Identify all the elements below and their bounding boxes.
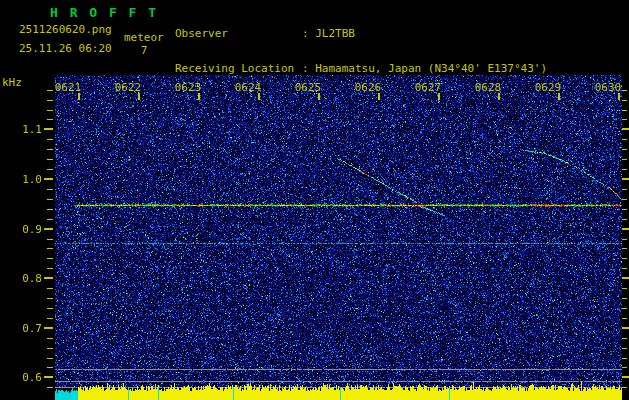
info-value: JL2TBB [315, 27, 355, 40]
freq-tick [44, 327, 53, 329]
info-label: Observer [175, 28, 302, 40]
freq-tick-right [622, 149, 627, 150]
freq-tick [47, 90, 53, 91]
freq-tick-right [622, 288, 627, 289]
freq-tick-label: 0.7 [18, 322, 42, 335]
freq-tick [47, 358, 53, 359]
freq-tick-right [622, 358, 627, 359]
info-value: Hamamatsu, Japan (N34°40' E137°43') [315, 62, 547, 75]
hrofft-screen: H R O F F T 2511260620.png meteor 25.11.… [0, 0, 629, 400]
mode-label: meteor [124, 31, 164, 44]
freq-tick [47, 169, 53, 170]
freq-tick-right [622, 268, 627, 269]
freq-tick-right [622, 110, 627, 111]
freq-tick [47, 298, 53, 299]
freq-tick-right [622, 298, 627, 299]
freq-tick [47, 199, 53, 200]
freq-tick [47, 387, 53, 388]
freq-tick [47, 149, 53, 150]
freq-tick-right [622, 338, 627, 339]
freq-tick-right [622, 219, 627, 220]
freq-tick [44, 128, 53, 130]
freq-tick [44, 277, 53, 279]
freq-tick-right [622, 228, 629, 230]
freq-tick [47, 338, 53, 339]
freq-tick-right [622, 119, 627, 120]
freq-tick-right [622, 169, 627, 170]
freq-tick [47, 268, 53, 269]
info-row-location: Receiving Location: Hamamatsu, Japan (N3… [175, 63, 547, 75]
freq-tick [47, 100, 53, 101]
app-title: H R O F F T [50, 5, 158, 20]
freq-tick-right [622, 327, 629, 329]
info-row-observer: Observer: JL2TBB [175, 28, 547, 40]
freq-tick [44, 376, 53, 378]
freq-tick-right [622, 139, 627, 140]
freq-axis-unit: kHz [2, 76, 22, 89]
freq-tick [47, 239, 53, 240]
freq-tick [47, 318, 53, 319]
freq-tick [47, 288, 53, 289]
freq-tick-right [622, 258, 627, 259]
freq-tick-right [622, 367, 627, 368]
freq-tick [47, 159, 53, 160]
freq-tick-right [622, 308, 627, 309]
freq-tick-label: 0.6 [18, 371, 42, 384]
info-label: Receiving Location [175, 63, 302, 75]
freq-tick [44, 178, 53, 180]
datetime-label: 25.11.26 06:20 [19, 42, 112, 55]
freq-tick [47, 348, 53, 349]
filename-label: 2511260620.png [19, 23, 112, 36]
spectrogram-canvas [55, 75, 622, 400]
freq-tick-right [622, 199, 627, 200]
freq-tick-right [622, 248, 627, 249]
freq-tick [47, 367, 53, 368]
freq-tick [47, 209, 53, 210]
freq-tick-right [622, 318, 627, 319]
freq-tick-right [622, 100, 627, 101]
freq-tick [47, 119, 53, 120]
freq-tick-right [622, 159, 627, 160]
freq-tick [44, 228, 53, 230]
freq-tick-label: 1.1 [18, 123, 42, 136]
freq-tick [47, 219, 53, 220]
freq-tick-label: 0.8 [18, 272, 42, 285]
freq-tick [47, 189, 53, 190]
freq-tick-right [622, 239, 627, 240]
freq-tick-label: 0.9 [18, 223, 42, 236]
freq-tick-label: 1.0 [18, 173, 42, 186]
freq-tick [47, 139, 53, 140]
freq-tick-right [622, 189, 627, 190]
freq-tick-right [622, 90, 627, 91]
freq-tick-right [622, 348, 627, 349]
freq-tick [47, 110, 53, 111]
freq-tick-right [622, 387, 627, 388]
freq-tick-right [622, 277, 629, 279]
freq-tick [47, 308, 53, 309]
freq-tick-right [622, 178, 629, 180]
freq-tick-right [622, 209, 627, 210]
freq-tick-right [622, 376, 629, 378]
freq-tick [47, 258, 53, 259]
freq-tick-right [622, 128, 629, 130]
meteor-count: 7 [124, 44, 164, 57]
freq-tick [47, 248, 53, 249]
